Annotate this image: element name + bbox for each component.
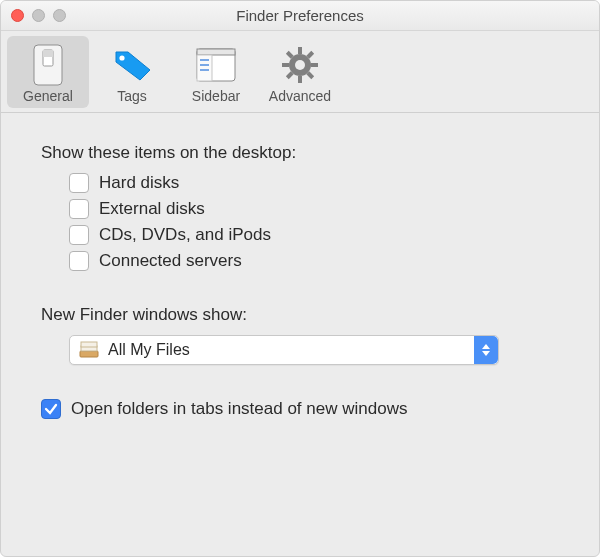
checkbox-external-disks[interactable]: External disks xyxy=(69,199,569,219)
checkbox-label: External disks xyxy=(99,199,205,219)
switch-icon xyxy=(7,42,89,88)
svg-rect-11 xyxy=(298,47,302,54)
sidebar-icon xyxy=(175,42,257,88)
checkbox-icon xyxy=(69,251,89,271)
tab-label: Tags xyxy=(91,88,173,104)
preferences-window: Finder Preferences General Tags xyxy=(0,0,600,557)
svg-rect-2 xyxy=(43,50,53,57)
svg-rect-6 xyxy=(197,55,212,81)
new-windows-select[interactable]: All My Files xyxy=(69,335,499,365)
toolbar: General Tags S xyxy=(1,31,599,113)
tab-label: Advanced xyxy=(259,88,341,104)
checkbox-cds-dvds-ipods[interactable]: CDs, DVDs, and iPods xyxy=(69,225,569,245)
checkbox-label: CDs, DVDs, and iPods xyxy=(99,225,271,245)
svg-point-19 xyxy=(295,60,305,70)
svg-point-3 xyxy=(119,55,124,60)
tab-label: Sidebar xyxy=(175,88,257,104)
svg-rect-20 xyxy=(80,351,98,357)
checkbox-icon xyxy=(69,225,89,245)
traffic-lights xyxy=(11,9,66,22)
tab-tags[interactable]: Tags xyxy=(91,36,173,108)
desktop-items-title: Show these items on the desktop: xyxy=(41,143,569,163)
svg-rect-22 xyxy=(81,342,97,347)
minimize-button[interactable] xyxy=(32,9,45,22)
select-value: All My Files xyxy=(108,341,190,359)
svg-rect-5 xyxy=(197,49,235,55)
checkbox-icon xyxy=(69,199,89,219)
chevron-up-down-icon xyxy=(474,336,498,364)
window-title: Finder Preferences xyxy=(236,7,364,24)
svg-rect-12 xyxy=(298,76,302,83)
checkbox-label: Hard disks xyxy=(99,173,179,193)
new-windows-title: New Finder windows show: xyxy=(41,305,569,325)
checkbox-icon xyxy=(69,173,89,193)
gear-icon xyxy=(259,42,341,88)
tab-label: General xyxy=(7,88,89,104)
checkbox-label: Open folders in tabs instead of new wind… xyxy=(71,399,407,419)
svg-rect-13 xyxy=(282,63,289,67)
checkbox-icon xyxy=(41,399,61,419)
checkbox-open-in-tabs[interactable]: Open folders in tabs instead of new wind… xyxy=(41,399,569,419)
tab-advanced[interactable]: Advanced xyxy=(259,36,341,108)
checkbox-hard-disks[interactable]: Hard disks xyxy=(69,173,569,193)
all-my-files-icon xyxy=(78,341,100,359)
close-button[interactable] xyxy=(11,9,24,22)
tab-general[interactable]: General xyxy=(7,36,89,108)
titlebar: Finder Preferences xyxy=(1,1,599,31)
svg-rect-14 xyxy=(311,63,318,67)
tab-sidebar[interactable]: Sidebar xyxy=(175,36,257,108)
checkbox-connected-servers[interactable]: Connected servers xyxy=(69,251,569,271)
content: Show these items on the desktop: Hard di… xyxy=(1,113,599,445)
tag-icon xyxy=(91,42,173,88)
checkbox-label: Connected servers xyxy=(99,251,242,271)
zoom-button[interactable] xyxy=(53,9,66,22)
